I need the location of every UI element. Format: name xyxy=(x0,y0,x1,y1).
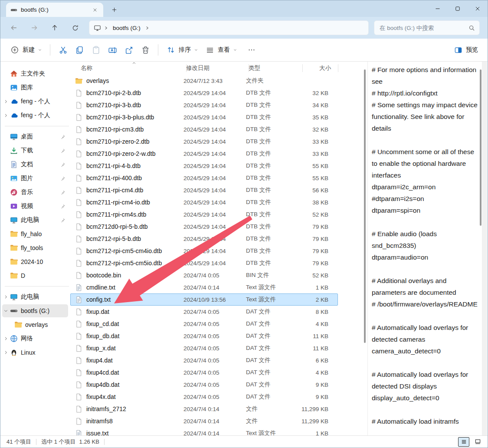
share-button[interactable] xyxy=(121,42,137,58)
more-options-button[interactable] xyxy=(243,42,260,58)
maximize-button[interactable] xyxy=(448,0,468,17)
file-row-fixup-cd-dat[interactable]: fixup_cd.dat2024/7/4 0:05DAT 文件4 KB xyxy=(70,318,338,330)
sidebar-item-pictures[interactable]: 图片 xyxy=(2,172,68,185)
file-row-fixup4db-dat[interactable]: fixup4db.dat2024/7/4 0:05DAT 文件9 KB xyxy=(70,379,338,391)
file-row-bcm2710-rpi-2-b-dtb[interactable]: bcm2710-rpi-2-b.dtb2024/5/29 14:04DTB 文件… xyxy=(70,87,338,99)
forward-button[interactable] xyxy=(27,21,41,35)
sidebar-item-onedrive-1[interactable]: feng - 个人 xyxy=(2,95,68,108)
gallery-icon xyxy=(10,84,18,92)
file-row-bcm2711-rpi-cm4-dtb[interactable]: bcm2711-rpi-cm4.dtb2024/5/29 14:04DTB 文件… xyxy=(70,184,338,196)
column-separator[interactable] xyxy=(338,64,338,72)
file-row-fixup4-dat[interactable]: fixup4.dat2024/7/4 0:05DAT 文件6 KB xyxy=(70,354,338,366)
view-button[interactable]: 查看 xyxy=(202,42,241,58)
column-separator[interactable] xyxy=(302,64,303,72)
copy-button[interactable] xyxy=(71,42,88,58)
sidebar-item-music[interactable]: 音乐 xyxy=(2,186,68,199)
minimize-button[interactable] xyxy=(428,0,448,17)
sidebar-item-home[interactable]: 主文件夹 xyxy=(2,67,68,80)
new-button[interactable]: 新建 xyxy=(7,42,46,58)
file-row-fixup4cd-dat[interactable]: fixup4cd.dat2024/7/4 0:05DAT 文件4 KB xyxy=(70,366,338,379)
file-row-cmdline-txt[interactable]: cmdline.txt2024/7/4 0:14Text 源文件1 KB xyxy=(70,281,338,293)
column-separator[interactable] xyxy=(186,64,187,72)
search-box[interactable] xyxy=(374,20,480,35)
file-row-initramfs8[interactable]: initramfs82024/7/4 0:14文件11,299 KB xyxy=(70,415,338,427)
sidebar-item-d[interactable]: D xyxy=(2,269,68,282)
tab-bootfs[interactable]: bootfs (G:) xyxy=(6,3,103,17)
chevron-right-icon[interactable] xyxy=(2,336,10,341)
sort-button[interactable]: 排序 xyxy=(163,42,202,58)
column-header-type[interactable]: 类型 xyxy=(249,64,302,72)
preview-pane-icon xyxy=(453,45,463,55)
file-row-bcm2712-rpi-5-b-dtb[interactable]: bcm2712-rpi-5-b.dtb2024/5/29 14:04DTB 文件… xyxy=(70,233,338,245)
sidebar-item-onedrive-2[interactable]: feng - 个人 xyxy=(2,109,68,122)
sidebar-item-bootfs-g[interactable]: bootfs (G:) xyxy=(2,304,68,317)
sidebar-item-overlays[interactable]: overlays xyxy=(7,318,68,331)
file-row-fixup-x-dat[interactable]: fixup_x.dat2024/7/4 0:05DAT 文件11 KB xyxy=(70,342,338,354)
file-row-fixup-dat[interactable]: fixup.dat2024/7/4 0:05DAT 文件8 KB xyxy=(70,306,338,318)
back-button[interactable] xyxy=(7,21,21,35)
sidebar-item-this-pc-pin[interactable]: 此电脑 xyxy=(2,214,68,227)
new-tab-button[interactable] xyxy=(108,3,121,16)
sidebar-item-this-pc[interactable]: 此电脑 xyxy=(2,290,68,303)
file-row-config-txt[interactable]: config.txt2024/10/9 13:56Text 源文件2 KB xyxy=(70,293,338,306)
column-header-date[interactable]: 修改日期 xyxy=(186,64,249,72)
refresh-button[interactable] xyxy=(68,21,82,35)
file-row-bcm2711-rpi-400-dtb[interactable]: bcm2711-rpi-400.dtb2024/5/29 14:04DTB 文件… xyxy=(70,172,338,184)
file-row-bcm2712-rpi-cm5-cm4io-dtb[interactable]: bcm2712-rpi-cm5-cm4io.dtb2024/5/29 14:04… xyxy=(70,245,338,257)
cut-button[interactable] xyxy=(55,42,71,58)
file-name: overlays xyxy=(86,77,183,84)
file-row-bcm2711-rpi-cm4s-dtb[interactable]: bcm2711-rpi-cm4s.dtb2024/5/29 14:04DTB 文… xyxy=(70,208,338,221)
sidebar-item-fly-tools[interactable]: fly_tools xyxy=(2,241,68,254)
sidebar-item-videos[interactable]: 视频 xyxy=(2,200,68,213)
sidebar-item-linux[interactable]: Linux xyxy=(2,346,68,359)
sidebar-item-documents[interactable]: 文档 xyxy=(2,158,68,171)
sidebar-item-downloads[interactable]: 下载 xyxy=(2,144,68,157)
up-button[interactable] xyxy=(48,21,62,35)
details-view-button[interactable] xyxy=(458,437,469,447)
chevron-right-icon[interactable] xyxy=(2,350,10,355)
search-input[interactable] xyxy=(379,24,468,32)
chevron-right-icon[interactable] xyxy=(2,99,10,104)
sidebar-item-gallery[interactable]: 图库 xyxy=(2,81,68,94)
sidebar-item-desktop[interactable]: 桌面 xyxy=(2,130,68,143)
file-icon xyxy=(75,211,82,218)
thumbnail-view-button[interactable] xyxy=(472,437,483,447)
file-row-bcm2710-rpi-cm3-dtb[interactable]: bcm2710-rpi-cm3.dtb2024/5/29 14:04DTB 文件… xyxy=(70,123,338,135)
file-row-bcm2711-rpi-4-b-dtb[interactable]: bcm2711-rpi-4-b.dtb2024/5/29 14:04DTB 文件… xyxy=(70,160,338,172)
sidebar-item-network[interactable]: 网络 xyxy=(2,332,68,345)
column-separator[interactable] xyxy=(249,64,249,72)
file-row-fixup4x-dat[interactable]: fixup4x.dat2024/7/4 0:05DAT 文件9 KB xyxy=(70,391,338,403)
file-row-bcm2711-rpi-cm4-io-dtb[interactable]: bcm2711-rpi-cm4-io.dtb2024/5/29 14:04DTB… xyxy=(70,196,338,208)
address-bar[interactable]: bootfs (G:) xyxy=(89,20,369,35)
chevron-down-icon[interactable] xyxy=(2,308,10,313)
column-header-name[interactable]: 名称 xyxy=(70,64,186,72)
file-row-bcm2712-rpi-cm5-cm5io-dtb[interactable]: bcm2712-rpi-cm5-cm5io.dtb2024/5/29 14:04… xyxy=(70,257,338,269)
file-row-bootcode-bin[interactable]: bootcode.bin2024/7/4 0:05BIN 文件52 KB xyxy=(70,269,338,281)
file-row-issue-txt[interactable]: issue.txt2024/7/4 0:14Text 源文件1 KB xyxy=(70,427,338,435)
sidebar-item-fly-halo[interactable]: fly_halo xyxy=(2,227,68,240)
paste-button[interactable] xyxy=(88,42,104,58)
close-button[interactable] xyxy=(468,0,488,17)
file-row-bcm2710-rpi-zero-2-w-dtb[interactable]: bcm2710-rpi-zero-2-w.dtb2024/5/29 14:04D… xyxy=(70,148,338,160)
file-row-bcm2710-rpi-3-b-plus-dtb[interactable]: bcm2710-rpi-3-b-plus.dtb2024/5/29 14:04D… xyxy=(70,111,338,123)
preview-scrollbar[interactable] xyxy=(480,69,481,226)
preview-scrollbar-track[interactable] xyxy=(482,62,487,435)
chevron-right-icon[interactable] xyxy=(2,113,10,118)
file-list-scrollbar[interactable] xyxy=(364,69,366,343)
sidebar-item-2024-10[interactable]: 2024-10 xyxy=(2,255,68,268)
column-header-size[interactable]: 大小 xyxy=(302,64,331,72)
preview-toggle-button[interactable]: 预览 xyxy=(450,42,481,58)
file-row-fixup-db-dat[interactable]: fixup_db.dat2024/7/4 0:05DAT 文件11 KB xyxy=(70,330,338,342)
file-row-bcm2710-rpi-zero-2-dtb[interactable]: bcm2710-rpi-zero-2.dtb2024/5/29 14:04DTB… xyxy=(70,135,338,148)
delete-button[interactable] xyxy=(137,42,154,58)
file-icon xyxy=(75,89,82,97)
rename-button[interactable] xyxy=(104,42,121,58)
tab-close-icon[interactable] xyxy=(91,6,99,14)
breadcrumb-segment[interactable]: bootfs (G:) xyxy=(111,25,142,31)
file-row-overlays[interactable]: overlays2024/7/12 3:43文件夹 xyxy=(70,75,338,87)
file-row-bcm2710-rpi-3-b-dtb[interactable]: bcm2710-rpi-3-b.dtb2024/5/29 14:04DTB 文件… xyxy=(70,99,338,111)
file-row-bcm2712d0-rpi-5-b-dtb[interactable]: bcm2712d0-rpi-5-b.dtb2024/5/29 14:04DTB … xyxy=(70,221,338,233)
chevron-right-icon[interactable] xyxy=(2,294,10,300)
preview-line: # Additional overlays and parameters are… xyxy=(372,275,481,298)
file-row-initramfs-2712[interactable]: initramfs_27122024/7/4 0:14文件11,299 KB xyxy=(70,403,338,415)
